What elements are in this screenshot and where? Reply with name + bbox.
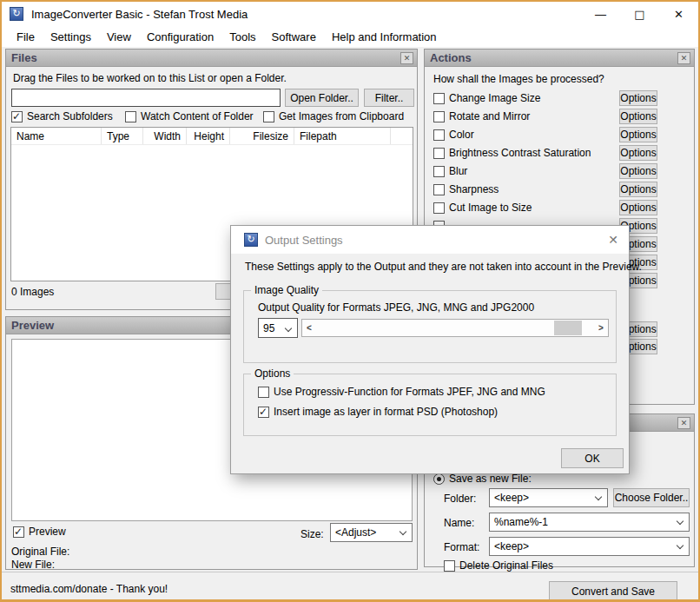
format-select-value: <keep> [494,540,529,552]
save-as-new-file-label: Save as new File: [449,473,532,485]
maximize-button[interactable]: □ [620,2,659,26]
files-panel-title: Files [11,51,37,64]
original-file-label: Original File: [11,546,69,558]
ok-button[interactable]: OK [561,448,624,468]
checkbox-icon: ✓ [433,93,445,104]
window-title: ImageConverter Basic - Stefan Trost Medi… [31,8,248,21]
files-option-checkbox[interactable]: ✓Search Subfolders [11,110,113,122]
slider-left-arrow-icon[interactable]: < [302,320,316,336]
column-header-height[interactable]: Height [187,128,230,144]
filter-button[interactable]: Filter.. [364,89,414,107]
size-select[interactable]: <Adjust> [330,523,413,542]
actions-panel-title: Actions [430,51,472,64]
menu-item-help-and-information[interactable]: Help and Information [324,28,445,46]
action-checkbox[interactable]: ✓Brightness Contrast Saturation [433,147,591,159]
files-hint-text: Drag the Files to be worked on to this L… [13,72,287,84]
action-checkbox[interactable]: ✓Change Image Size [433,92,540,104]
action-checkbox[interactable]: ✓Cut Image to Size [433,202,532,214]
actions-panel-header: Actions ✕ [425,50,694,67]
action-options-button[interactable]: Options [619,200,657,215]
menu-item-view[interactable]: View [99,28,139,46]
menu-bar: FileSettingsViewConfigurationToolsSoftwa… [2,26,698,47]
column-header-filler [391,128,413,144]
action-options-button[interactable]: Options [619,109,657,124]
format-select[interactable]: <keep> [489,537,690,556]
dialog-option-checkbox[interactable]: ✓Use Progressiv-Function for Formats JPE… [258,386,545,398]
menu-item-tools[interactable]: Tools [221,28,263,46]
checkbox-icon: ✓ [433,166,445,177]
close-button[interactable]: ✕ [659,2,698,26]
folder-select[interactable]: <keep> [489,488,608,507]
files-option-checkbox-label: Get Images from Clipboard [279,110,404,122]
choose-folder-button[interactable]: Choose Folder.. [613,488,690,507]
menu-item-file[interactable]: File [9,28,43,46]
chevron-down-icon [677,518,683,525]
action-checkbox[interactable]: ✓Sharpness [433,183,499,195]
size-select-value: <Adjust> [335,526,376,539]
dialog-option-checkbox-label: Insert image as layer in format PSD (Pho… [274,406,498,418]
actions-question-text: How shall the Images be processed? [433,73,604,85]
quality-caption: Output Quality for Formats JPEG, JNG, MN… [258,301,534,314]
action-options-button[interactable]: Options [619,90,657,106]
action-checkbox-label: Blur [449,165,467,177]
chevron-down-icon [400,528,406,535]
menu-item-configuration[interactable]: Configuration [139,28,221,46]
action-checkbox[interactable]: ✓Blur [433,165,467,177]
checkbox-icon: ✓ [13,526,24,538]
size-label: Size: [300,528,324,540]
action-options-button[interactable]: Options [619,182,657,197]
dialog-option-checkbox[interactable]: ✓Insert image as layer in format PSD (Ph… [258,406,498,418]
convert-and-save-button[interactable]: Convert and Save [549,581,677,601]
action-checkbox-label: Rotate and Mirror [449,110,530,122]
checkbox-icon: ✓ [433,202,445,214]
files-option-checkbox[interactable]: ✓Get Images from Clipboard [263,110,404,122]
column-header-filepath[interactable]: Filepath [294,128,391,144]
action-options-button[interactable]: Options [619,127,657,142]
quality-select[interactable]: 95 [258,318,298,338]
checkbox-icon: ✓ [258,407,269,418]
column-header-filesize[interactable]: Filesize [230,128,294,144]
open-folder-button[interactable]: Open Folder.. [285,89,359,107]
quality-slider[interactable]: < > [301,319,609,337]
action-checkbox-label: Change Image Size [449,92,540,104]
action-checkbox-label: Sharpness [449,183,499,195]
files-option-checkbox[interactable]: ✓Watch Content of Folder [125,110,254,122]
checkbox-icon: ✓ [433,184,445,195]
radio-icon [433,473,445,485]
files-panel-close-icon[interactable]: ✕ [400,52,413,64]
action-options-button[interactable]: Options [619,163,657,179]
check-icon: ✓ [259,406,267,418]
folder-path-input[interactable] [11,89,281,107]
checkbox-icon: ✓ [444,560,455,572]
name-select[interactable]: %name%-1 [489,513,690,532]
delete-original-checkbox[interactable]: ✓Delete Original Files [444,559,553,572]
column-header-width[interactable]: Width [143,128,187,144]
files-option-checkbox-label: Watch Content of Folder [141,110,254,122]
saving-panel-close-icon[interactable]: ✕ [677,417,690,429]
app-icon: ↻ [10,7,23,21]
checkbox-icon: ✓ [263,111,274,122]
check-icon: ✓ [12,110,21,122]
menu-item-software[interactable]: Software [264,28,324,46]
name-label: Name: [444,517,474,529]
save-as-new-file-radio[interactable]: Save as new File: [433,473,532,485]
preview-checkbox[interactable]: ✓Preview [13,526,66,538]
slider-right-arrow-icon[interactable]: > [594,320,608,336]
format-label: Format: [444,541,479,553]
dialog-close-icon[interactable]: ✕ [608,233,618,247]
status-text: sttmedia.com/donate - Thank you! [10,583,168,595]
column-header-type[interactable]: Type [102,128,143,144]
checkbox-icon: ✓ [125,111,136,122]
minimize-button[interactable]: — [581,2,620,26]
action-checkbox[interactable]: ✓Color [433,129,474,141]
menu-item-settings[interactable]: Settings [43,28,99,46]
files-panel-header: Files ✕ [6,50,417,67]
files-option-checkbox-label: Search Subfolders [27,110,113,122]
checkbox-icon: ✓ [258,387,269,398]
delete-original-checkbox-label: Delete Original Files [459,559,553,572]
slider-thumb[interactable] [554,321,582,335]
actions-panel-close-icon[interactable]: ✕ [677,52,690,64]
action-checkbox[interactable]: ✓Rotate and Mirror [433,110,530,122]
column-header-name[interactable]: Name [11,128,102,144]
action-options-button[interactable]: Options [619,145,657,161]
